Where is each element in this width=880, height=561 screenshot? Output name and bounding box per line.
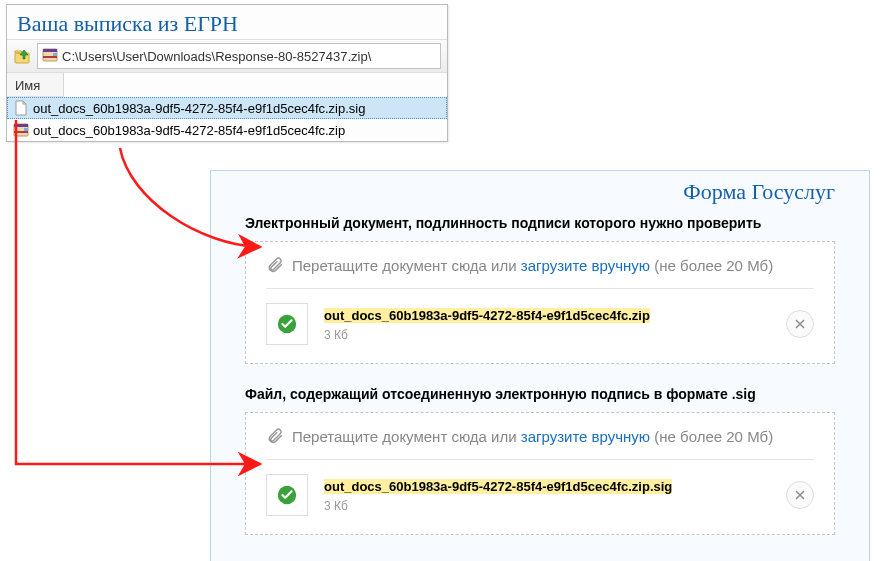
form-panel: Форма Госуслуг Электронный документ, под… — [210, 170, 870, 561]
hint-text-suffix: (не более 20 Мб) — [650, 257, 773, 274]
svg-rect-6 — [14, 124, 28, 127]
status-success-icon — [266, 303, 308, 345]
remove-file-button[interactable] — [786, 481, 814, 509]
dropzone-document[interactable]: Перетащите документ сюда или загрузите в… — [245, 241, 835, 364]
file-name-highlight: out_docs_ — [324, 479, 389, 494]
uploaded-file: out_docs_60b1983a-9df5-4272-85f4-e9f1d5c… — [266, 288, 814, 345]
upload-link[interactable]: загрузите вручную — [521, 257, 650, 274]
explorer-toolbar: C:\Users\User\Downloads\Response-80-8527… — [7, 39, 447, 73]
svg-rect-4 — [53, 53, 57, 56]
dropzone-hint: Перетащите документ сюда или загрузите в… — [266, 256, 814, 274]
form-title: Форма Госуслуг — [245, 171, 835, 209]
hint-text-prefix: Перетащите документ сюда или — [292, 428, 521, 445]
svg-rect-7 — [14, 131, 28, 133]
paperclip-icon — [266, 427, 284, 445]
status-success-icon — [266, 474, 308, 516]
file-size: 3 Кб — [324, 499, 770, 513]
explorer-window: Ваша выписка из ЕГРН C:\Users\User\Downl… — [6, 4, 448, 142]
file-name: out_docs_60b1983a-9df5-4272-85f4-e9f1d5c… — [33, 101, 365, 116]
hint-text-prefix: Перетащите документ сюда или — [292, 257, 521, 274]
file-name-rest: 60b1983a-9df5-4272-85f4-e9f1d5cec4fc.zip — [389, 308, 650, 323]
file-name-highlight: out_docs_ — [324, 308, 389, 323]
svg-rect-8 — [24, 128, 28, 131]
file-row-zip[interactable]: out_docs_60b1983a-9df5-4272-85f4-e9f1d5c… — [7, 119, 447, 141]
uploaded-file: out_docs_60b1983a-9df5-4272-85f4-e9f1d5c… — [266, 459, 814, 516]
file-name-rest: 60b1983a-9df5-4272-85f4-e9f1d5cec4fc.zip… — [389, 479, 672, 494]
hint-text-suffix: (не более 20 Мб) — [650, 428, 773, 445]
upload-link[interactable]: загрузите вручную — [521, 428, 650, 445]
explorer-path-text: C:\Users\User\Downloads\Response-80-8527… — [62, 49, 371, 64]
svg-rect-2 — [43, 49, 57, 52]
paperclip-icon — [266, 256, 284, 274]
svg-rect-3 — [43, 56, 57, 58]
column-header-name[interactable]: Имя — [7, 73, 64, 97]
archive-icon — [42, 47, 58, 66]
section-label-sig: Файл, содержащий отсоединенную электронн… — [245, 386, 835, 402]
folder-up-icon[interactable] — [13, 46, 33, 66]
file-icon — [13, 100, 29, 116]
file-row-sig[interactable]: out_docs_60b1983a-9df5-4272-85f4-e9f1d5c… — [7, 97, 447, 119]
section-label-doc: Электронный документ, подлинность подпис… — [245, 215, 835, 231]
dropzone-signature[interactable]: Перетащите документ сюда или загрузите в… — [245, 412, 835, 535]
explorer-title: Ваша выписка из ЕГРН — [7, 5, 447, 39]
file-size: 3 Кб — [324, 328, 770, 342]
explorer-path[interactable]: C:\Users\User\Downloads\Response-80-8527… — [37, 43, 441, 69]
dropzone-hint: Перетащите документ сюда или загрузите в… — [266, 427, 814, 445]
remove-file-button[interactable] — [786, 310, 814, 338]
archive-icon — [13, 122, 29, 138]
file-name: out_docs_60b1983a-9df5-4272-85f4-e9f1d5c… — [33, 123, 345, 138]
